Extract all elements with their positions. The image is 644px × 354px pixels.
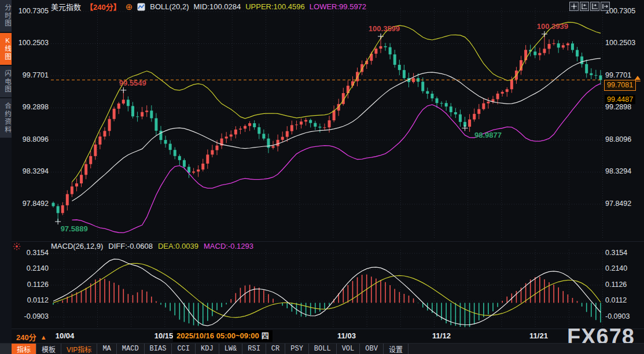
time-axis-divider xyxy=(12,329,644,329)
crosshair-icon[interactable] xyxy=(569,2,579,11)
toolbar-item-kdj[interactable]: KDJ xyxy=(196,344,219,354)
period-dropdown-arrow-icon[interactable]: ▲ xyxy=(41,334,47,341)
bar-time-tooltip: 2025/10/16 05:00~09:00四 xyxy=(173,330,273,342)
price-tick-left: 99.7701 xyxy=(12,71,49,79)
macd-tick-left: 0.1126 xyxy=(12,281,49,289)
date-tick: 11/12 xyxy=(429,331,454,340)
toolbar-item-psy[interactable]: PSY xyxy=(285,344,309,354)
macd-tick-right: 0.0112 xyxy=(605,296,641,304)
indicator-alert-icon[interactable] xyxy=(13,242,21,253)
toolbar-item-bias[interactable]: BIAS xyxy=(145,344,172,354)
toolbar-item-rsi[interactable]: RSI xyxy=(242,344,266,354)
price-tick-left: 98.3294 xyxy=(12,167,49,175)
chart-tool-buttons xyxy=(569,2,610,11)
toolbar-corner xyxy=(0,344,12,354)
price-tick-left: 100.2503 xyxy=(12,39,49,47)
price-tick-right: 98.8096 xyxy=(605,135,641,143)
toolbar-item-obv[interactable]: OBV xyxy=(360,344,384,354)
weekday-label: 四 xyxy=(262,331,269,340)
macd-header: MACD(26,12,9) DIFF:-0.0608 DEA:0.0039 MA… xyxy=(51,242,253,250)
period-label: 240分 xyxy=(16,331,36,342)
price-tick-right: 97.8492 xyxy=(605,200,641,208)
toolbar-item-ma[interactable]: MA xyxy=(97,344,116,354)
sidebar-item-contract-info[interactable]: 合约资料 xyxy=(0,98,12,138)
chart-header: 美元指数 【240分】 ⊕ BOLL(20,2) MID:100.0284 UP… xyxy=(51,2,366,12)
zoom-out-icon[interactable] xyxy=(580,2,589,11)
svg-text:98.9877: 98.9877 xyxy=(474,131,502,139)
pan-right-icon[interactable] xyxy=(601,2,610,11)
zoom-in-icon[interactable] xyxy=(590,2,599,11)
toolbar-item-settings[interactable]: 设置 xyxy=(384,344,409,354)
macd-tick-left: -0.0903 xyxy=(12,312,49,320)
sidebar-item-timeshare-chart[interactable]: 分时图 xyxy=(0,0,12,32)
toolbar-item-boll[interactable]: BOLL xyxy=(309,344,337,354)
toolbar-item-macd[interactable]: MACD xyxy=(117,344,145,354)
macd-hist-value: MACD:-0.1293 xyxy=(204,242,253,250)
date-tick: 11/21 xyxy=(526,331,551,340)
macd-tick-left: 0.2140 xyxy=(12,264,49,272)
svg-text:99.5549: 99.5549 xyxy=(119,79,146,87)
toolbar-item-vol[interactable]: VOL xyxy=(337,344,360,354)
chart-canvas[interactable]: 97.588999.5549100.359998.9877100.3939 xyxy=(0,0,644,354)
price-tick-right: 100.2503 xyxy=(605,39,641,47)
symbol-title: 美元指数 xyxy=(51,1,81,12)
price-tick-right: 99.2898 xyxy=(605,103,641,111)
sidebar: 分时图 K线图 闪电图 合约资料 xyxy=(0,0,12,343)
macd-tick-right: 0.2140 xyxy=(605,264,641,272)
macd-tick-right: -0.0903 xyxy=(605,312,641,320)
period-selector: 240分 ▲ xyxy=(16,331,47,342)
price-tick-left: 100.7305 xyxy=(12,7,49,15)
toolbar-item-cr[interactable]: CR xyxy=(266,344,285,354)
trading-app-window: 97.588999.5549100.359998.9877100.3939 分时… xyxy=(0,0,644,354)
svg-text:97.5889: 97.5889 xyxy=(61,224,88,233)
toolbar-item-template[interactable]: 模板 xyxy=(36,344,61,354)
toolbar-item-cci[interactable]: CCI xyxy=(172,344,196,354)
add-indicator-icon[interactable]: ⊕ xyxy=(126,3,133,11)
boll-lower-value: LOWER:99.5972 xyxy=(310,2,366,11)
boll-mid-value: MID:100.0284 xyxy=(194,2,241,11)
last-price-box: 99.7081 xyxy=(604,80,636,91)
sidebar-item-kline-chart[interactable]: K线图 xyxy=(0,33,12,65)
price-tick-left: 97.8492 xyxy=(12,200,49,208)
date-tick: 11/03 xyxy=(334,331,359,340)
svg-text:100.3939: 100.3939 xyxy=(537,22,568,31)
boll-upper-value: UPPER:100.4596 xyxy=(245,2,305,11)
price-tick-left: 99.2898 xyxy=(12,103,49,111)
macd-dea-value: DEA:0.0039 xyxy=(158,242,198,250)
sidebar-item-lightning-chart[interactable]: 闪电图 xyxy=(0,66,12,98)
macd-diff-value: DIFF:-0.0608 xyxy=(108,242,153,250)
period-badge: 【240分】 xyxy=(86,1,121,12)
settle-price-box: 99.4487 xyxy=(605,95,635,104)
indicator-toolbar: 指标 模板 VIP指标 MA MACD BIAS CCI KDJ LW& RSI… xyxy=(0,343,644,354)
price-tick-right: 98.3294 xyxy=(605,167,641,175)
macd-tick-right: 0.3154 xyxy=(605,249,641,257)
price-tick-right: 100.7305 xyxy=(605,7,641,15)
boll-params-label: BOLL(20,2) xyxy=(150,2,189,11)
date-tick: 10/04 xyxy=(52,331,78,340)
toolbar-item-lw[interactable]: LW& xyxy=(219,344,243,354)
toolbar-item-vip-indicator[interactable]: VIP指标 xyxy=(61,344,97,354)
toolbar-item-indicator[interactable]: 指标 xyxy=(12,344,36,354)
macd-tick-right: 0.1126 xyxy=(605,281,641,289)
mini-chart-icon xyxy=(137,3,145,11)
macd-tick-left: 0.0112 xyxy=(12,296,49,304)
macd-params-label: MACD(26,12,9) xyxy=(51,242,103,250)
svg-text:100.3599: 100.3599 xyxy=(369,24,400,33)
price-tick-left: 98.8096 xyxy=(12,135,49,143)
